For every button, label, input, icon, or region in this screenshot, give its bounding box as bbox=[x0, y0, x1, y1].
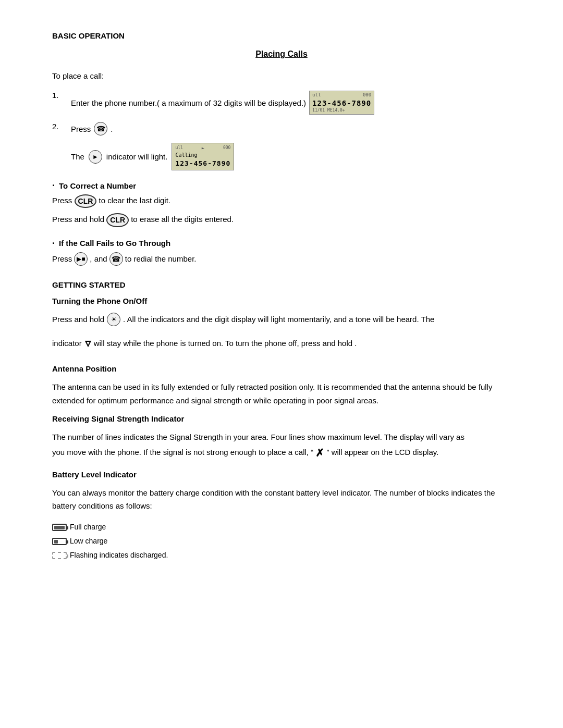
lcd-display-2: ull ► 000 Calling 123-456-7890 bbox=[172, 143, 234, 170]
period: . bbox=[111, 125, 113, 133]
step-2-text: Press bbox=[71, 125, 91, 133]
indicator-icon: ► bbox=[89, 150, 102, 164]
correct-number-title: · To Correct a Number bbox=[52, 181, 511, 190]
basic-operation-header: BASIC OPERATION bbox=[52, 31, 511, 40]
call-icon-redial: ☎ bbox=[109, 252, 123, 266]
redial-icon-1: ▶■ bbox=[74, 252, 88, 266]
step-2-num: 2. bbox=[52, 122, 71, 131]
placing-calls-intro: To place a call: bbox=[52, 71, 511, 80]
battery-discharged-row: Flashing indicates discharged. bbox=[52, 548, 171, 562]
step-2: 2. Press ☎ . bbox=[52, 122, 511, 135]
battery-full-label: Full charge bbox=[70, 520, 171, 534]
call-fails-title: · If the Call Fails to Go Through bbox=[52, 239, 511, 248]
correct-line2: Press and hold CLR to erase all the digi… bbox=[52, 213, 511, 227]
battery-full-icon bbox=[52, 524, 67, 531]
battery-title: Battery Level Indicator bbox=[52, 470, 511, 479]
battery-low-label: Low charge bbox=[70, 534, 171, 548]
antenna-body: The antenna can be used in its fully ext… bbox=[52, 380, 511, 407]
antenna-indicator-icon: ▿ bbox=[85, 334, 91, 353]
phone-call-icon: ☎ bbox=[94, 122, 107, 135]
step2-sub-the: The bbox=[71, 152, 84, 161]
lcd-display-1: ull 000 123-456-7890 11/01 ME14.0+ bbox=[309, 91, 374, 115]
step-1: 1. Enter the phone number.( a maximum of… bbox=[52, 91, 511, 115]
turning-on-title: Turning the Phone On/Off bbox=[52, 297, 511, 305]
power-icon: ☀ bbox=[107, 313, 120, 326]
battery-full-row: Full charge bbox=[52, 520, 171, 534]
signal-body: The number of lines indicates the Signal… bbox=[52, 430, 511, 462]
placing-calls-title: Placing Calls bbox=[52, 50, 511, 59]
call-fails-body: Press ▶■ , and ☎ to redial the number. bbox=[52, 252, 511, 266]
step2-sub2: indicator will light. bbox=[106, 152, 168, 161]
clr-button-1: CLR bbox=[75, 194, 97, 208]
battery-discharged-label: Flashing indicates discharged. bbox=[70, 548, 171, 562]
battery-table: Full charge Low charge Flashing indicate… bbox=[52, 520, 171, 563]
signal-title: Receiving Signal Strength Indicator bbox=[52, 414, 511, 423]
battery-body: You can always monitor the battery charg… bbox=[52, 486, 511, 513]
step-1-num: 1. bbox=[52, 91, 71, 100]
signal-icon: ✗ bbox=[315, 447, 324, 459]
correct-line1: Press CLR to clear the last digit. bbox=[52, 194, 511, 208]
battery-low-row: Low charge bbox=[52, 534, 171, 548]
clr-button-2: CLR bbox=[106, 213, 129, 227]
antenna-title: Antenna Position bbox=[52, 364, 511, 373]
step-1-text: Enter the phone number.( a maximum of 32… bbox=[71, 98, 306, 107]
turning-on-para2: indicator ▿ will stay while the phone is… bbox=[52, 334, 511, 353]
battery-flash-icon bbox=[52, 552, 67, 559]
battery-low-icon bbox=[52, 538, 67, 545]
turning-on-para1: Press and hold ☀ . All the indicators an… bbox=[52, 313, 511, 326]
getting-started-header: GETTING STARTED bbox=[52, 280, 511, 289]
